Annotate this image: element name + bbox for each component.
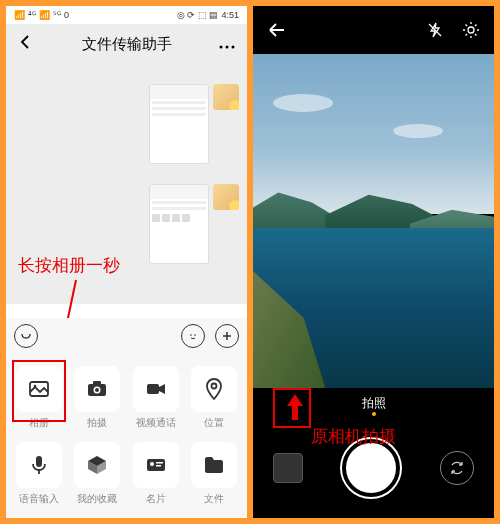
plus-icon[interactable] — [215, 324, 239, 348]
grid-label: 拍摄 — [87, 416, 107, 430]
settings-icon[interactable] — [462, 21, 480, 39]
page-title: 文件传输助手 — [82, 35, 172, 54]
svg-point-5 — [194, 334, 196, 336]
grid-label: 文件 — [204, 492, 224, 506]
annotation-arrow-icon — [285, 392, 305, 422]
grid-item-file[interactable]: 文件 — [185, 436, 243, 512]
avatar[interactable] — [213, 84, 239, 110]
back-icon[interactable] — [267, 20, 287, 40]
more-icon[interactable] — [219, 35, 235, 53]
mode-indicator-dot — [372, 412, 376, 416]
wechat-screen: 📶 ⁴ᴳ 📶 ⁵ᴳ 0 ◎ ⟳ ⬚ ▤ 4:51 文件传输助手 — [6, 6, 247, 518]
svg-rect-14 — [36, 456, 42, 467]
annotation-text: 原相机拍摄 — [311, 425, 396, 448]
status-bar: 📶 ⁴ᴳ 📶 ⁵ᴳ 0 ◎ ⟳ ⬚ ▤ 4:51 — [6, 6, 247, 24]
svg-point-17 — [150, 462, 154, 466]
voice-input-icon[interactable] — [14, 324, 38, 348]
camera-mode-label[interactable]: 拍照 — [362, 395, 386, 412]
avatar[interactable] — [213, 184, 239, 210]
video-icon — [144, 377, 168, 401]
status-icons: ◎ ⟳ ⬚ ▤ — [177, 10, 219, 20]
folder-icon — [202, 453, 226, 477]
camera-icon — [85, 377, 109, 401]
signal-icon-2: 📶 — [39, 10, 50, 20]
grid-label: 视频通话 — [136, 416, 176, 430]
grid-item-contact-card[interactable]: 名片 — [127, 436, 185, 512]
annotation-text: 长按相册一秒 — [18, 254, 120, 277]
svg-rect-19 — [156, 465, 161, 467]
camera-viewfinder[interactable] — [253, 54, 494, 388]
mic-icon — [27, 453, 51, 477]
chat-header: 文件传输助手 — [6, 24, 247, 64]
svg-point-21 — [468, 27, 474, 33]
card-icon — [144, 453, 168, 477]
signal-5g: ⁵ᴳ — [53, 10, 61, 20]
chat-image-thumbnail[interactable] — [149, 184, 209, 264]
svg-point-0 — [220, 46, 223, 49]
input-toolbar — [6, 318, 247, 354]
chat-message[interactable] — [149, 184, 239, 264]
chat-message[interactable] — [149, 84, 239, 164]
emoji-icon[interactable] — [181, 324, 205, 348]
signal-icon: 📶 — [14, 10, 25, 20]
svg-rect-18 — [156, 462, 163, 464]
svg-point-2 — [232, 46, 235, 49]
status-time: 4:51 — [221, 10, 239, 20]
grid-item-favorites[interactable]: 我的收藏 — [68, 436, 126, 512]
camera-screen: 拍照 原相机拍摄 — [253, 6, 494, 518]
chat-image-thumbnail[interactable] — [149, 84, 209, 164]
svg-rect-12 — [147, 384, 159, 394]
back-icon[interactable] — [18, 34, 34, 54]
svg-point-10 — [95, 388, 99, 392]
grid-item-voice[interactable]: 语音输入 — [10, 436, 68, 512]
grid-label: 位置 — [204, 416, 224, 430]
pin-icon — [202, 377, 226, 401]
grid-item-video-call[interactable]: 视频通话 — [127, 360, 185, 436]
grid-item-camera[interactable]: 拍摄 — [68, 360, 126, 436]
grid-label: 语音输入 — [19, 492, 59, 506]
svg-rect-11 — [93, 381, 101, 385]
camera-top-bar — [253, 6, 494, 54]
grid-label: 我的收藏 — [77, 492, 117, 506]
flash-icon[interactable] — [426, 21, 444, 39]
annotation-highlight — [12, 360, 66, 422]
svg-point-4 — [190, 334, 192, 336]
wifi-label: 0 — [64, 10, 69, 20]
gallery-thumbnail[interactable] — [273, 453, 303, 483]
box-icon — [85, 453, 109, 477]
signal-4g: ⁴ᴳ — [28, 10, 36, 20]
grid-label: 名片 — [146, 492, 166, 506]
svg-point-1 — [226, 46, 229, 49]
grid-item-location[interactable]: 位置 — [185, 360, 243, 436]
svg-point-13 — [211, 384, 216, 389]
switch-camera-icon[interactable] — [440, 451, 474, 485]
